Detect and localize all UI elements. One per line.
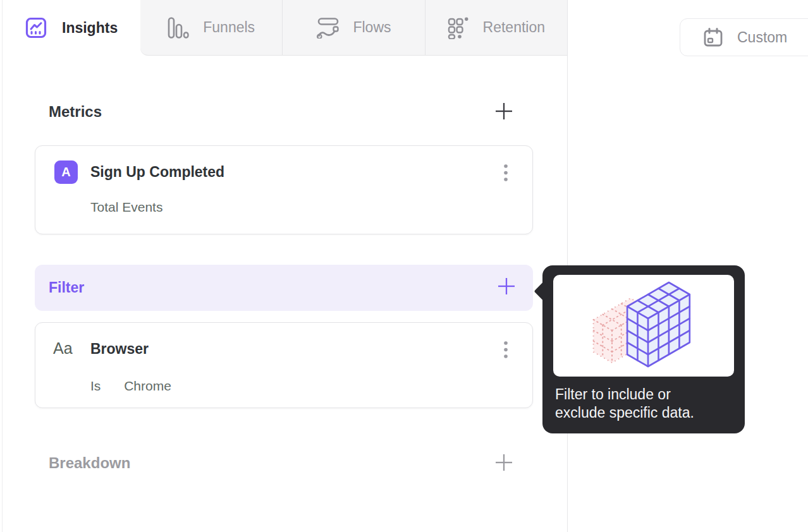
kebab-menu-icon bbox=[503, 341, 508, 362]
filter-condition: Is Chrome bbox=[90, 378, 171, 394]
string-property-icon: Aa bbox=[53, 339, 73, 358]
tab-retention-label: Retention bbox=[483, 19, 545, 36]
flows-icon bbox=[316, 17, 339, 39]
metric-event-name: Sign Up Completed bbox=[90, 164, 224, 181]
metrics-section-title: Metrics bbox=[49, 103, 102, 121]
filter-property-name: Browser bbox=[90, 341, 149, 358]
add-breakdown-button[interactable] bbox=[493, 452, 515, 475]
filter-section-row[interactable]: Filter bbox=[35, 265, 533, 311]
tab-funnels-label: Funnels bbox=[203, 19, 255, 36]
tab-flows-label: Flows bbox=[353, 19, 391, 36]
filter-menu-button[interactable] bbox=[493, 337, 518, 366]
insights-icon bbox=[25, 17, 47, 39]
filter-value[interactable]: Chrome bbox=[124, 378, 171, 394]
kebab-menu-icon bbox=[503, 164, 508, 185]
tab-flows[interactable]: Flows bbox=[282, 0, 424, 55]
tab-insights-label: Insights bbox=[62, 20, 118, 37]
plus-icon bbox=[494, 101, 514, 124]
tab-retention[interactable]: Retention bbox=[425, 0, 567, 55]
filter-cube-illustration bbox=[553, 275, 734, 377]
tab-insights[interactable]: Insights bbox=[3, 0, 140, 56]
funnels-icon bbox=[168, 17, 189, 39]
metric-menu-button[interactable] bbox=[493, 160, 518, 189]
add-metric-button[interactable] bbox=[493, 101, 515, 124]
date-range-button[interactable]: Custom bbox=[680, 18, 808, 56]
inactive-tabs-strip: Funnels Flows bbox=[140, 0, 567, 56]
breakdown-section-title: Breakdown bbox=[49, 454, 130, 472]
tab-funnels[interactable]: Funnels bbox=[140, 0, 282, 55]
add-filter-button[interactable] bbox=[495, 276, 518, 299]
report-type-tabbar: Insights Funnels bbox=[3, 0, 567, 56]
tooltip-text: Filter to include or exclude specific da… bbox=[555, 385, 713, 422]
plus-icon bbox=[494, 452, 514, 475]
filter-section-title: Filter bbox=[49, 279, 84, 296]
calendar-icon bbox=[703, 27, 723, 47]
date-range-label: Custom bbox=[737, 29, 787, 46]
metric-badge: A bbox=[54, 160, 78, 184]
filter-operator[interactable]: Is bbox=[90, 378, 101, 394]
filter-card[interactable]: Aa Browser Is Chrome bbox=[35, 322, 533, 408]
metric-measurement[interactable]: Total Events bbox=[90, 200, 162, 215]
left-panel-border bbox=[2, 0, 3, 532]
tooltip-arrow bbox=[534, 281, 553, 301]
metric-card[interactable]: A Sign Up Completed Total Events bbox=[35, 145, 533, 234]
filter-tooltip: Filter to include or exclude specific da… bbox=[542, 265, 745, 433]
insights-report-page: Insights Funnels bbox=[0, 0, 808, 532]
plus-icon bbox=[496, 276, 517, 299]
retention-icon bbox=[448, 16, 469, 39]
